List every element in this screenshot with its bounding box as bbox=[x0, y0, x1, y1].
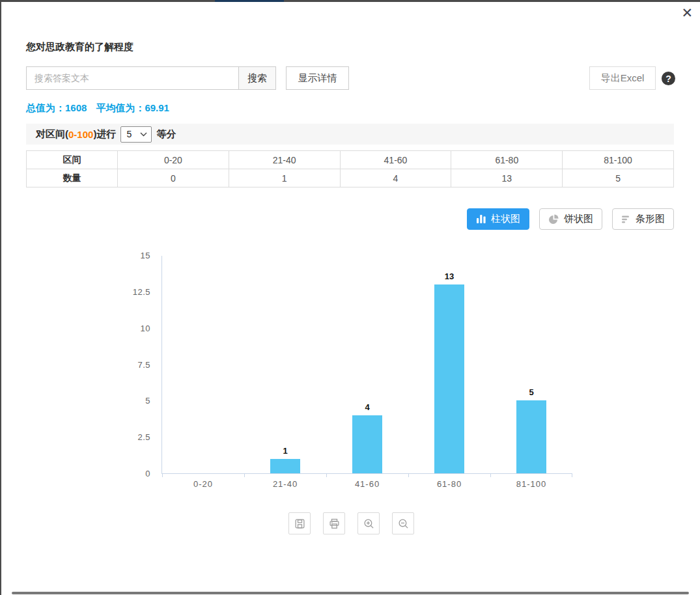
y-axis-tick-label: 12.5 bbox=[133, 288, 150, 297]
partition-count-value: 5 bbox=[126, 129, 132, 139]
zoom-out-icon bbox=[398, 518, 409, 529]
x-axis-tick bbox=[326, 473, 327, 477]
save-icon bbox=[294, 518, 305, 529]
y-axis-tick-label: 10 bbox=[141, 324, 150, 333]
help-icon[interactable]: ? bbox=[662, 72, 675, 85]
top-page-edge bbox=[0, 0, 700, 2]
x-axis-tick bbox=[408, 473, 409, 477]
y-axis-tick-label: 0 bbox=[145, 469, 150, 478]
bar-value-label: 1 bbox=[266, 446, 305, 456]
y-axis-tick-label: 15 bbox=[141, 251, 150, 260]
count-cell: 0 bbox=[118, 169, 229, 187]
tab-hbar-chart-label: 条形图 bbox=[636, 213, 665, 225]
question-title: 您对思政教育的了解程度 bbox=[26, 41, 133, 53]
bar-value-label: 4 bbox=[348, 402, 387, 412]
partition-count-select[interactable]: 5 bbox=[120, 126, 152, 143]
table-row-intervals: 区间 0-2021-4041-6061-8081-100 bbox=[27, 151, 674, 169]
interval-cell: 0-20 bbox=[118, 151, 229, 169]
count-cell: 4 bbox=[340, 169, 451, 187]
search-input[interactable] bbox=[26, 66, 239, 90]
bar-value-label: 5 bbox=[512, 387, 551, 397]
tab-pie-chart-label: 饼状图 bbox=[564, 213, 593, 225]
interval-cell: 81-100 bbox=[563, 151, 674, 169]
print-icon bbox=[329, 518, 340, 529]
interval-cell: 21-40 bbox=[229, 151, 340, 169]
question-stats-modal: ✕ 您对思政教育的了解程度 搜索 显示详情 导出Excel ? 总值为：1608… bbox=[0, 0, 700, 595]
chart-bar bbox=[352, 415, 382, 473]
export-excel-button[interactable]: 导出Excel bbox=[589, 66, 656, 90]
count-cell: 13 bbox=[451, 169, 563, 187]
x-axis-tick bbox=[244, 473, 245, 477]
chevron-down-icon bbox=[140, 132, 147, 137]
chart-plot: 0-2021-40141-60461-801381-1005 bbox=[161, 256, 572, 474]
zoom-in-button[interactable] bbox=[357, 512, 380, 534]
total-label: 总值为： bbox=[26, 102, 65, 113]
search-row: 搜索 显示详情 bbox=[26, 66, 349, 90]
close-icon[interactable]: ✕ bbox=[681, 5, 693, 21]
interval-table: 区间 0-2021-4041-6061-8081-100 数量 014135 bbox=[26, 150, 674, 187]
print-button[interactable] bbox=[323, 512, 345, 534]
x-axis-category-label: 0-20 bbox=[164, 479, 242, 489]
table-row-counts: 数量 014135 bbox=[27, 169, 674, 187]
bar-chart-icon bbox=[476, 214, 486, 224]
zoom-in-icon bbox=[363, 518, 374, 529]
left-page-edge bbox=[0, 0, 1, 595]
y-axis-tick-label: 2.5 bbox=[137, 433, 150, 442]
partition-range: 0-100 bbox=[68, 129, 93, 140]
y-axis-tick-label: 5 bbox=[145, 396, 150, 406]
tab-hbar-chart[interactable]: 条形图 bbox=[612, 208, 674, 230]
show-details-button[interactable]: 显示详情 bbox=[286, 66, 349, 90]
chart-type-switcher: 柱状图 饼状图 条形图 bbox=[467, 208, 674, 230]
partition-strip: 对区间(0-100)进行 5 等分 bbox=[26, 124, 674, 145]
chart-toolbar bbox=[288, 512, 414, 534]
x-axis-category-label: 81-100 bbox=[492, 479, 570, 489]
tab-pie-chart[interactable]: 饼状图 bbox=[539, 208, 602, 230]
partition-middle: )进行 bbox=[93, 128, 116, 141]
partition-suffix: 等分 bbox=[156, 128, 176, 141]
pie-chart-icon bbox=[548, 214, 559, 225]
average-value: 69.91 bbox=[145, 102, 169, 113]
chart-bar bbox=[516, 400, 546, 473]
total-value: 1608 bbox=[65, 102, 87, 113]
count-cell: 1 bbox=[229, 169, 340, 187]
top-page-edge-accent bbox=[215, 0, 284, 2]
interval-cell: 61-80 bbox=[451, 151, 563, 169]
chart-y-labels: 02.557.51012.515 bbox=[91, 256, 156, 474]
x-axis-tick bbox=[572, 473, 572, 477]
tab-bar-chart[interactable]: 柱状图 bbox=[467, 208, 529, 230]
x-axis-category-label: 21-40 bbox=[246, 479, 324, 489]
interval-header: 区间 bbox=[27, 151, 118, 169]
save-image-button[interactable] bbox=[288, 512, 311, 534]
horizontal-scrollbar[interactable] bbox=[12, 592, 689, 594]
x-axis-tick bbox=[162, 473, 163, 477]
bar-value-label: 13 bbox=[430, 271, 469, 281]
x-axis-category-label: 61-80 bbox=[410, 479, 488, 489]
interval-cell: 41-60 bbox=[340, 151, 451, 169]
partition-prefix: 对区间( bbox=[36, 128, 68, 141]
y-axis-tick-label: 7.5 bbox=[137, 361, 150, 370]
average-label: 平均值为： bbox=[96, 102, 145, 113]
tab-bar-chart-label: 柱状图 bbox=[491, 213, 520, 225]
search-button[interactable]: 搜索 bbox=[238, 66, 276, 90]
zoom-out-button[interactable] bbox=[392, 512, 414, 534]
x-axis-tick bbox=[490, 473, 491, 477]
hbar-chart-icon bbox=[621, 215, 631, 224]
count-cell: 5 bbox=[563, 169, 674, 187]
x-axis-category-label: 41-60 bbox=[328, 479, 406, 489]
stats-line: 总值为：1608平均值为：69.91 bbox=[26, 102, 169, 115]
chart-bar bbox=[434, 284, 464, 473]
chart-bar bbox=[270, 459, 300, 473]
count-header: 数量 bbox=[27, 169, 118, 187]
